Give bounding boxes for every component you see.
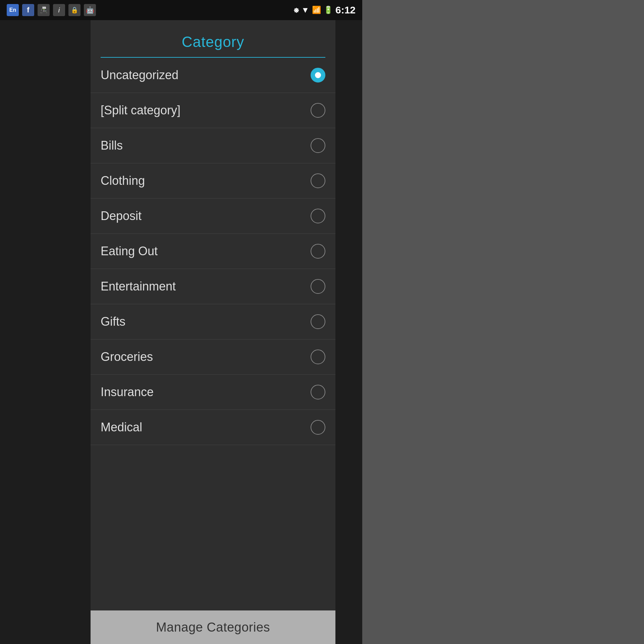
battery-icon: 🔋 — [324, 6, 333, 14]
radio-medical[interactable] — [311, 420, 325, 435]
manage-categories-button[interactable]: Manage Categories — [91, 610, 335, 644]
info-icon: i — [53, 4, 65, 16]
radio-uncategorized[interactable] — [311, 68, 325, 83]
item-label-uncategorized: Uncategorized — [101, 68, 178, 82]
radio-groceries[interactable] — [311, 350, 325, 364]
radio-eating-out[interactable] — [311, 244, 325, 259]
list-item-bills[interactable]: Bills — [91, 128, 335, 163]
item-label-insurance: Insurance — [101, 385, 154, 399]
status-bar: En f 📠 i 🔒 🤖 ⎈ ▼ 📶 🔋 6:12 — [0, 0, 362, 20]
item-label-bills: Bills — [101, 139, 123, 153]
item-label-entertainment: Entertainment — [101, 279, 176, 293]
item-label-gifts: Gifts — [101, 315, 125, 329]
radio-clothing[interactable] — [311, 173, 325, 188]
list-item-clothing[interactable]: Clothing — [91, 163, 335, 199]
status-bar-right: ⎈ ▼ 📶 🔋 6:12 — [294, 4, 356, 16]
list-item-insurance[interactable]: Insurance — [91, 375, 335, 410]
lock-icon: 🔒 — [68, 4, 80, 16]
list-item-eating-out[interactable]: Eating Out — [91, 234, 335, 269]
item-label-groceries: Groceries — [101, 350, 153, 364]
bluetooth-icon: ⎈ — [294, 5, 299, 15]
list-item-groceries[interactable]: Groceries — [91, 339, 335, 375]
android-icon: 🤖 — [84, 4, 96, 16]
list-item-deposit[interactable]: Deposit — [91, 199, 335, 234]
radio-deposit[interactable] — [311, 209, 325, 223]
list-item-gifts[interactable]: Gifts — [91, 304, 335, 339]
dialog-title: Category — [101, 34, 325, 50]
clock: 6:12 — [335, 4, 356, 16]
signal-icon: 📶 — [312, 6, 321, 14]
list-item-medical[interactable]: Medical — [91, 410, 335, 445]
facebook-icon: f — [22, 4, 34, 16]
item-label-split-category: [Split category] — [101, 103, 180, 117]
item-label-medical: Medical — [101, 420, 142, 434]
item-label-deposit: Deposit — [101, 209, 142, 223]
radio-entertainment[interactable] — [311, 279, 325, 294]
radio-gifts[interactable] — [311, 314, 325, 329]
radio-insurance[interactable] — [311, 385, 325, 399]
fax-icon: 📠 — [38, 4, 50, 16]
app-icon-1: En — [7, 4, 19, 16]
category-dialog: Category Uncategorized [Split category] … — [91, 20, 335, 644]
radio-split-category[interactable] — [311, 103, 325, 118]
item-label-eating-out: Eating Out — [101, 244, 158, 258]
dialog-title-area: Category — [91, 20, 335, 58]
list-item-entertainment[interactable]: Entertainment — [91, 269, 335, 304]
list-item-split-category[interactable]: [Split category] — [91, 93, 335, 128]
category-list: Uncategorized [Split category] Bills Clo… — [91, 58, 335, 610]
radio-bills[interactable] — [311, 138, 325, 153]
manage-categories-label: Manage Categories — [156, 620, 270, 635]
wifi-icon: ▼ — [301, 5, 309, 15]
status-bar-left: En f 📠 i 🔒 🤖 — [7, 4, 96, 16]
item-label-clothing: Clothing — [101, 174, 145, 188]
list-item-uncategorized[interactable]: Uncategorized — [91, 58, 335, 93]
